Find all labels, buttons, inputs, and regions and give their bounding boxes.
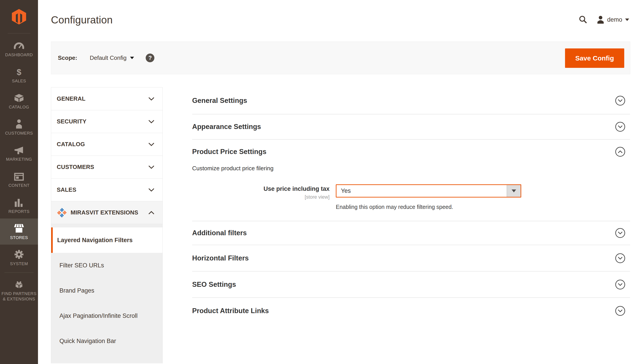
search-icon[interactable] [579, 15, 588, 24]
section-additional-filters: Additional filters [192, 221, 630, 245]
magento-logo-icon [11, 8, 27, 25]
bar-chart-icon [14, 196, 24, 207]
section-title: Appearance Settings [192, 123, 261, 131]
sidebar-item-label: MARKETING [1, 157, 37, 162]
sidebar-item-content[interactable]: CONTENT [0, 166, 38, 192]
config-nav-item-filter-seo-urls[interactable]: Filter SEO URLs [51, 253, 162, 278]
config-nav-sub-list: Layered Navigation Filters Filter SEO UR… [51, 224, 162, 363]
field-label-box: Use price including tax [store view] [192, 184, 330, 200]
chevron-down-icon [148, 142, 154, 146]
field-label: Use price including tax [192, 185, 330, 192]
chevron-down-icon [130, 57, 134, 59]
sidebar-item-label: STORES [1, 235, 37, 240]
chevron-up-icon [148, 211, 154, 214]
user-menu[interactable]: demo [597, 16, 629, 24]
section-product-attribute-links: Product Attribute Links [192, 298, 630, 324]
section-horizontal-filters: Horizontal Filters [192, 245, 630, 272]
user-avatar-icon [597, 16, 604, 24]
megaphone-icon [14, 144, 24, 155]
chevron-down-icon [148, 165, 154, 169]
chevron-down-icon [618, 283, 623, 286]
config-nav-section-sales[interactable]: SALES [51, 178, 162, 201]
config-nav-panel: GENERAL SECURITY CATALOG CUSTOMERS SALES [51, 87, 163, 363]
field-scope-hint: [store view] [192, 194, 330, 200]
expand-section-button[interactable] [615, 122, 625, 132]
dollar-icon: $ [17, 66, 22, 76]
sidebar-item-dashboard[interactable]: DASHBOARD [0, 36, 38, 62]
scope-help-button[interactable]: ? [146, 54, 154, 62]
chevron-down-icon [618, 309, 623, 312]
sidebar-item-find-partners[interactable]: FIND PARTNERS & EXTENSIONS [0, 274, 38, 306]
expand-section-button[interactable] [615, 228, 625, 238]
dashboard-gauge-icon [14, 40, 24, 50]
select-dropdown-button[interactable] [507, 185, 521, 197]
expand-section-button[interactable] [615, 96, 625, 106]
box-icon [14, 92, 24, 102]
section-comment: Customize product price filering [192, 165, 630, 172]
section-title: SEO Settings [192, 280, 236, 288]
chevron-up-icon [618, 150, 623, 153]
scope-value: Default Config [90, 54, 127, 61]
sidebar-item-marketing[interactable]: MARKETING [0, 140, 38, 166]
sidebar-item-label: CUSTOMERS [1, 130, 37, 136]
config-nav-item-brand-pages[interactable]: Brand Pages [51, 278, 162, 303]
triangle-down-icon [512, 190, 516, 192]
expand-section-button[interactable] [615, 280, 625, 290]
sidebar-item-system[interactable]: SYSTEM [0, 244, 38, 271]
expand-section-button[interactable] [615, 306, 625, 316]
use-price-including-tax-select[interactable]: Yes [336, 184, 521, 198]
config-nav-item-ajax-pagination[interactable]: Ajax Pagination/Infinite Scroll [51, 303, 162, 328]
scope-label: Scope: [58, 54, 77, 61]
chevron-down-icon [618, 257, 623, 260]
expand-section-button[interactable] [615, 253, 625, 263]
sidebar-item-sales[interactable]: $ SALES [0, 62, 38, 88]
sidebar-item-customers[interactable]: CUSTOMERS [0, 114, 38, 140]
sidebar-menu: DASHBOARD $ SALES CATALOG [0, 34, 38, 306]
config-nav-label: SECURITY [57, 118, 87, 125]
save-config-button[interactable]: Save Config [565, 48, 624, 68]
sidebar-item-label: FIND PARTNERS & EXTENSIONS [1, 291, 37, 302]
config-nav-section-general[interactable]: GENERAL [51, 88, 162, 110]
collapse-section-button[interactable] [615, 147, 625, 157]
header-actions: demo [579, 15, 629, 24]
section-general-settings: General Settings [192, 87, 630, 114]
content: GENERAL SECURITY CATALOG CUSTOMERS SALES [51, 87, 643, 363]
scope-bar: Scope: Default Config ? Save Config [51, 42, 630, 74]
user-name: demo [607, 16, 622, 23]
section-product-price-settings: Product Price Settings Customize product… [192, 140, 630, 221]
config-nav-section-customers[interactable]: CUSTOMERS [51, 156, 162, 178]
chevron-down-icon [148, 188, 154, 192]
sidebar-item-label: DASHBOARD [1, 52, 37, 58]
chevron-down-icon [618, 232, 623, 234]
config-nav-label: CATALOG [57, 141, 85, 148]
config-nav-item-layered-navigation-filters[interactable]: Layered Navigation Filters [51, 228, 162, 253]
sidebar-item-stores[interactable]: STORES [0, 218, 38, 244]
section-title: General Settings [192, 97, 247, 105]
sidebar-item-label: SALES [1, 78, 37, 84]
sidebar-item-catalog[interactable]: CATALOG [0, 88, 38, 114]
section-appearance-settings: Appearance Settings [192, 114, 630, 140]
section-title: Product Attribute Links [192, 307, 269, 315]
chevron-down-icon [618, 99, 623, 102]
sidebar-item-label: CONTENT [1, 183, 37, 188]
config-nav-section-security[interactable]: SECURITY [51, 110, 162, 133]
config-nav-section-catalog[interactable]: CATALOG [51, 133, 162, 156]
scope-switcher[interactable]: Default Config [90, 54, 134, 61]
config-nav-label: MIRASVIT EXTENSIONS [71, 209, 138, 216]
magento-logo[interactable] [0, 0, 38, 34]
config-nav-label: CUSTOMERS [57, 164, 94, 170]
config-nav-section-mirasvit-extensions[interactable]: MIRASVIT EXTENSIONS [51, 201, 162, 224]
brick-icon [14, 279, 24, 289]
section-title: Product Price Settings [192, 148, 266, 156]
storefront-icon [14, 223, 24, 233]
page-header: Configuration demo [38, 0, 643, 42]
section-seo-settings: SEO Settings [192, 272, 630, 298]
main-area: Configuration demo Scope: [38, 0, 643, 364]
config-nav-label: SALES [57, 186, 76, 193]
person-icon [15, 118, 23, 128]
config-nav-item-quick-navigation-bar[interactable]: Quick Navigation Bar [51, 328, 162, 354]
sidebar-item-reports[interactable]: REPORTS [0, 192, 38, 218]
mirasvit-logo-icon [57, 208, 67, 218]
sidebar-item-label: SYSTEM [1, 261, 37, 266]
sidebar-item-label: CATALOG [1, 104, 37, 110]
